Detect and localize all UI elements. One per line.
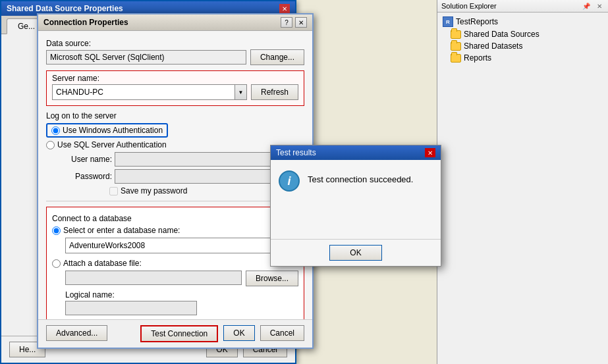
attach-file-radio[interactable] [52,259,61,268]
windows-auth-radio-group: Use Windows Authentication [46,123,168,138]
attach-file-label: Attach a database file: [63,259,142,268]
test-results-body: i Test connection succeeded. [271,160,441,239]
windows-auth-row: Use Windows Authentication [46,123,304,138]
folder-icon-shared-datasets [451,42,461,51]
logon-section: Log on to the server Use Windows Authent… [46,111,304,195]
datasource-section: Data source: Change... [46,39,304,65]
section-divider [46,201,304,201]
select-db-row: Select or enter a database name: [52,226,298,235]
tree-shared-data-sources[interactable]: Shared Data Sources [437,28,608,40]
test-results-close-button[interactable]: ✕ [425,148,435,157]
outer-dialog-close-button[interactable]: ✕ [279,4,290,13]
attach-file-input-row: Browse... [52,271,298,286]
attach-file-input[interactable] [65,271,242,285]
info-icon: i [279,170,300,192]
test-results-ok-button[interactable]: OK [329,245,382,261]
advanced-button[interactable]: Advanced... [46,325,107,341]
browse-button[interactable]: Browse... [246,271,298,286]
attach-file-row: Attach a database file: [52,259,298,268]
se-titlebar-buttons: 📌 ✕ [580,3,604,10]
inner-dialog-footer: Advanced... Test Connection OK Cancel [38,319,312,348]
tab-general-label: Ge... [18,22,35,31]
test-results-message: Test connection succeeded. [308,170,413,184]
folder-icon-reports [451,54,461,63]
test-connection-button[interactable]: Test Connection [140,325,218,342]
db-combobox-wrapper: ▼ [52,238,298,253]
solution-tree: R TestReports Shared Data Sources Shared… [437,13,608,364]
solution-explorer-title: Solution Explorer [441,2,497,10]
windows-auth-radio[interactable] [51,126,60,135]
se-pin-button[interactable]: 📌 [580,3,592,10]
datasource-row: Change... [46,49,304,65]
sql-auth-row: Use SQL Server Authentication [46,140,304,149]
outer-dialog-title: Shared Data Source Properties [7,4,123,13]
database-group-label: Connect to a database [52,214,298,223]
project-name: TestReports [456,17,498,26]
tree-shared-datasets-label: Shared Datasets [464,41,522,51]
server-name-input[interactable] [53,85,235,99]
server-name-section: Server name: ▼ Refresh [46,70,304,106]
save-password-checkbox[interactable] [109,187,118,195]
tree-shared-datasets[interactable]: Shared Datasets [437,40,608,52]
server-name-label: Server name: [52,74,298,83]
test-results-titlebar: Test results ✕ [271,145,441,160]
test-results-footer: OK [271,239,441,266]
logical-name-label: Logical name: [65,290,298,299]
tree-shared-data-sources-label: Shared Data Sources [464,30,539,39]
db-combobox: ▼ [65,238,298,253]
tree-reports-label: Reports [464,53,491,63]
test-results-dialog: Test results ✕ i Test connection succeed… [270,145,441,267]
select-db-label: Select or enter a database name: [63,226,180,235]
inner-dialog-close-btn[interactable]: ✕ [295,17,307,28]
db-name-input[interactable] [66,238,286,253]
server-name-combobox: ▼ [52,84,247,100]
save-password-row: Save my password [46,186,304,195]
inner-ok-button[interactable]: OK [223,325,254,341]
inner-dialog-help-btn[interactable]: ? [281,17,292,28]
server-name-row: ▼ Refresh [52,84,298,100]
select-db-radio[interactable] [52,226,61,235]
se-close-button[interactable]: ✕ [595,3,604,10]
tree-reports[interactable]: Reports [437,52,608,64]
project-icon: R [443,16,453,27]
datasource-input[interactable] [46,50,246,65]
sql-auth-radio[interactable] [46,141,55,149]
server-name-dropdown-arrow[interactable]: ▼ [235,85,246,99]
password-label: Password: [59,172,112,181]
save-password-label: Save my password [121,186,187,195]
solution-explorer-titlebar: Solution Explorer 📌 ✕ [437,0,608,13]
sql-auth-label: Use SQL Server Authentication [57,140,167,149]
inner-dialog-controls: ? ✕ [281,17,307,28]
windows-auth-label: Use Windows Authentication [63,126,163,135]
inner-cancel-button[interactable]: Cancel [260,325,304,341]
solution-explorer-panel: Solution Explorer 📌 ✕ R TestReports Shar… [437,0,608,364]
inner-dialog-titlebar: Connection Properties ? ✕ [38,14,312,31]
datasource-label: Data source: [46,39,304,48]
logical-name-section: Logical name: [52,290,298,315]
test-results-title: Test results [276,148,316,157]
username-label: User name: [59,155,112,164]
folder-icon-shared-data-sources [451,30,461,39]
logical-name-input[interactable] [65,301,197,315]
tree-project[interactable]: R TestReports [437,15,608,28]
credentials-form: User name: Password: [46,152,304,184]
logon-group-label: Log on to the server [46,111,304,120]
database-section: Connect to a database Select or enter a … [46,207,304,319]
refresh-button[interactable]: Refresh [251,84,298,100]
datasource-change-button[interactable]: Change... [250,49,304,65]
inner-dialog-title: Connection Properties [43,18,128,27]
